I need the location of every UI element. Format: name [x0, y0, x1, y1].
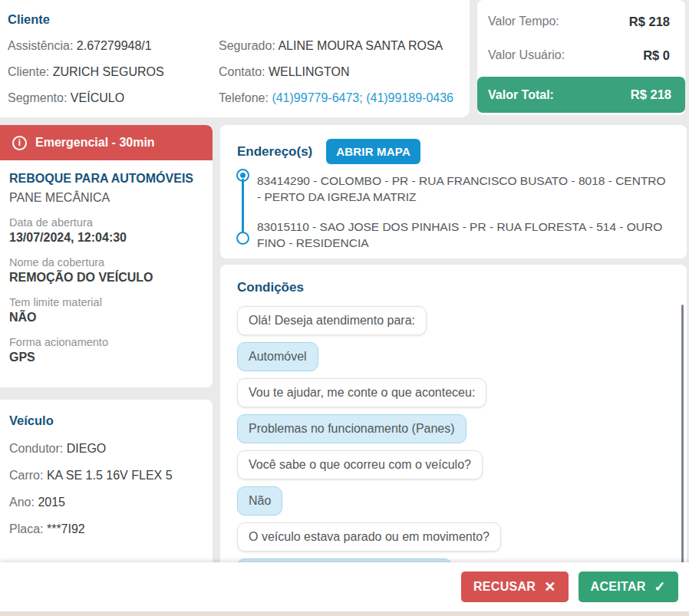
- chat-question: Olá! Deseja atendimento para:: [237, 306, 427, 335]
- material-limit-group: Tem limite material NÃO: [9, 296, 200, 324]
- reject-button-label: RECUSAR: [473, 580, 536, 594]
- service-request-screen: Cliente Assistência: 2.67279948/1 Client…: [0, 0, 689, 616]
- info-icon: i: [12, 136, 27, 150]
- time-value-amount: R$ 218: [629, 15, 670, 29]
- material-limit-label: Tem limite material: [9, 296, 200, 308]
- plate-value: ***7I92: [47, 522, 85, 535]
- open-map-button[interactable]: ABRIR MAPA: [326, 139, 420, 164]
- address-list: 83414290 - COLOMBO - PR - RUA FRANCISCO …: [220, 164, 687, 251]
- origin-address: 83414290 - COLOMBO - PR - RUA FRANCISCO …: [257, 173, 667, 205]
- year-label: Ano:: [9, 496, 35, 509]
- coverage-name-group: Nome da cobertura REMOÇÃO DO VEÍCULO: [9, 256, 200, 285]
- check-icon: ✓: [654, 578, 666, 595]
- total-value-label: Valor Total:: [488, 88, 554, 102]
- chat-question: Você sabe o que ocorreu com o veículo?: [237, 450, 483, 479]
- total-value-amount: R$ 218: [631, 87, 671, 102]
- insured-field: Segurado: ALINE MOURA SANTA ROSA: [219, 38, 453, 54]
- user-value-label: Valor Usuário:: [488, 48, 565, 62]
- phone-numbers-link[interactable]: (41)99779-6473; (41)99189-0436: [272, 91, 453, 104]
- segment-label: Segmento:: [8, 91, 67, 104]
- client-value: ZURICH SEGUROS: [53, 65, 164, 78]
- accept-button[interactable]: ACEITAR ✓: [579, 572, 678, 602]
- client-card: Cliente Assistência: 2.67279948/1 Client…: [0, 0, 470, 117]
- reject-button[interactable]: RECUSAR ✕: [461, 572, 569, 602]
- time-value-label: Valor Tempo:: [488, 15, 559, 28]
- segment-value: VEÍCULO: [71, 91, 124, 104]
- emergency-banner-label: Emergencial - 30min: [35, 136, 155, 150]
- conditions-card: Condições Olá! Deseja atendimento para: …: [220, 265, 687, 570]
- insured-value: ALINE MOURA SANTA ROSA: [278, 39, 443, 52]
- year-value: 2015: [38, 496, 65, 509]
- assistance-value: 2.67279948/1: [77, 39, 152, 52]
- activation-form-group: Forma acionamento GPS: [9, 336, 200, 364]
- price-row-user: Valor Usuário: R$ 0: [477, 38, 685, 72]
- pricing-card: Valor Tempo: R$ 218 Valor Usuário: R$ 0 …: [477, 0, 685, 115]
- chat-answer: Automóvel: [237, 342, 318, 371]
- total-value-bar: Valor Total: R$ 218: [477, 77, 685, 113]
- address-header: Endereço(s) ABRIR MAPA: [220, 125, 687, 164]
- driver-field: Condutor: DIEGO: [9, 440, 202, 457]
- address-card-title: Endereço(s): [237, 144, 312, 160]
- chat-question: Vou te ajudar, me conte o que aconteceu:: [237, 378, 486, 407]
- service-body: REBOQUE PARA AUTOMÓVEIS PANE MECÂNICA Da…: [0, 160, 213, 364]
- year-field: Ano: 2015: [9, 494, 202, 511]
- conditions-title: Condições: [237, 280, 670, 295]
- accept-button-label: ACEITAR: [591, 580, 646, 594]
- contact-label: Contato:: [219, 65, 265, 78]
- destination-address: 83015110 - SAO JOSE DOS PINHAIS - PR - R…: [257, 219, 667, 251]
- open-date-label: Data de abertura: [9, 216, 200, 229]
- phone-label: Telefone:: [219, 91, 269, 104]
- conditions-scrollbar[interactable]: [681, 305, 684, 567]
- coverage-name-label: Nome da cobertura: [9, 256, 200, 268]
- coverage-name-value: REMOÇÃO DO VEÍCULO: [9, 271, 200, 285]
- plate-field: Placa: ***7I92: [9, 521, 202, 538]
- client-fields-right: Segurado: ALINE MOURA SANTA ROSA Contato…: [219, 38, 453, 107]
- top-row: Cliente Assistência: 2.67279948/1 Client…: [0, 0, 689, 125]
- user-value-amount: R$ 0: [643, 48, 670, 63]
- action-footer: RECUSAR ✕ ACEITAR ✓: [0, 562, 689, 611]
- bottom-strip: [0, 611, 689, 616]
- service-title: REBOQUE PARA AUTOMÓVEIS: [9, 170, 200, 186]
- service-subtitle: PANE MECÂNICA: [9, 191, 200, 205]
- chat-question: O veículo estava parado ou em movimento?: [237, 522, 501, 552]
- car-value: KA SE 1.5 16V FLEX 5: [47, 469, 173, 482]
- open-date-group: Data de abertura 13/07/2024, 12:04:30: [9, 216, 200, 245]
- vehicle-card: Veículo Condutor: DIEGO Carro: KA SE 1.5…: [0, 400, 213, 570]
- client-card-title: Cliente: [8, 12, 459, 27]
- client-label: Cliente:: [8, 65, 49, 78]
- activation-form-value: GPS: [9, 351, 200, 364]
- contact-value: WELLINGTON: [269, 65, 350, 78]
- route-destination-icon: [236, 232, 249, 245]
- chat-answer: Problemas no funcionamento (Panes): [237, 414, 466, 443]
- emergency-banner: i Emergencial - 30min: [0, 125, 213, 160]
- chat-answer: Não: [237, 486, 282, 516]
- service-card: i Emergencial - 30min REBOQUE PARA AUTOM…: [0, 125, 213, 387]
- segment-field: Segmento: VEÍCULO: [8, 90, 219, 107]
- plate-label: Placa:: [9, 522, 43, 535]
- client-field: Cliente: ZURICH SEGUROS: [8, 64, 219, 81]
- car-label: Carro:: [9, 469, 43, 482]
- assistance-field: Assistência: 2.67279948/1: [8, 38, 219, 54]
- contact-field: Contato: WELLINGTON: [219, 64, 453, 81]
- phone-field: Telefone: (41)99779-6473; (41)99189-0436: [219, 90, 453, 107]
- price-row-time: Valor Tempo: R$ 218: [477, 5, 685, 38]
- client-fields-left: Assistência: 2.67279948/1 Cliente: ZURIC…: [8, 38, 219, 107]
- client-fields: Assistência: 2.67279948/1 Cliente: ZURIC…: [8, 38, 459, 107]
- vehicle-card-title: Veículo: [9, 413, 202, 428]
- main-row: i Emergencial - 30min REBOQUE PARA AUTOM…: [0, 125, 689, 570]
- activation-form-label: Forma acionamento: [9, 336, 200, 348]
- insured-label: Segurado:: [219, 39, 275, 52]
- route-line: [242, 179, 244, 236]
- car-field: Carro: KA SE 1.5 16V FLEX 5: [9, 467, 202, 484]
- driver-value: DIEGO: [67, 442, 107, 455]
- left-column: i Emergencial - 30min REBOQUE PARA AUTOM…: [0, 125, 213, 570]
- driver-label: Condutor:: [9, 442, 63, 455]
- address-card: Endereço(s) ABRIR MAPA 83414290 - COLOMB…: [220, 125, 687, 259]
- x-icon: ✕: [544, 578, 555, 595]
- assistance-label: Assistência:: [8, 39, 73, 52]
- material-limit-value: NÃO: [9, 311, 200, 324]
- open-date-value: 13/07/2024, 12:04:30: [9, 231, 200, 245]
- right-column: Endereço(s) ABRIR MAPA 83414290 - COLOMB…: [220, 125, 687, 570]
